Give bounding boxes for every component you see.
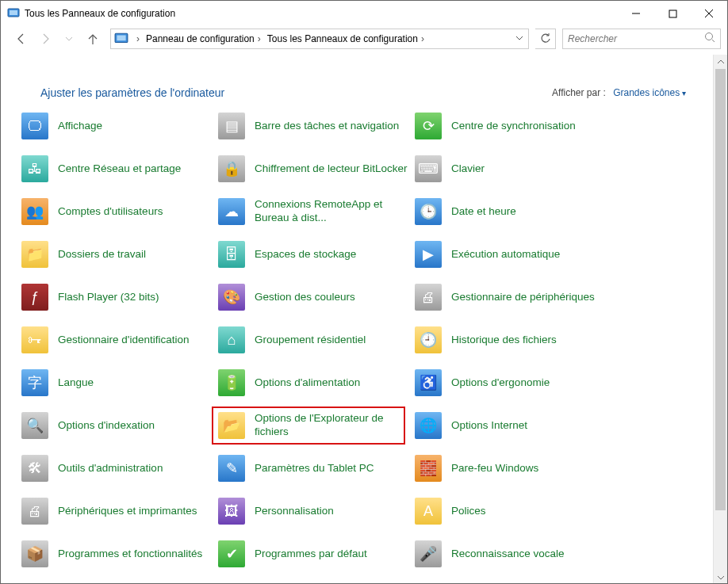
sync-icon: ⟳ <box>415 113 442 139</box>
item-troubleshoot[interactable]: 🔧Résolution des problèmes <box>412 581 608 584</box>
item-region[interactable]: 🌍Région <box>215 581 412 584</box>
fonts-icon: A <box>415 498 442 525</box>
item-devprint[interactable]: 🖨Périphériques et imprimantes <box>18 495 215 527</box>
admin-tools-icon: 🛠 <box>21 455 48 482</box>
item-credentials[interactable]: 🗝Gestionnaire d'identification <box>18 324 215 356</box>
programs-icon: 📦 <box>21 540 48 567</box>
minimize-button[interactable] <box>618 1 654 26</box>
item-firewall[interactable]: 🧱Pare-feu Windows <box>412 452 608 484</box>
storage-icon: 🗄 <box>218 241 245 268</box>
item-date[interactable]: 🕒Date et heure <box>412 196 608 227</box>
forward-button[interactable] <box>34 28 56 50</box>
close-button[interactable] <box>691 1 727 26</box>
scroll-up-button[interactable] <box>714 55 727 69</box>
item-storage[interactable]: 🗄Espaces de stockage <box>215 239 412 270</box>
window-controls <box>618 1 727 26</box>
scroll-track[interactable] <box>714 69 727 571</box>
chevron-right-icon[interactable]: › <box>136 33 140 44</box>
control-panel-icon <box>114 32 128 46</box>
item-bitlocker[interactable]: 🔒Chiffrement de lecteur BitLocker <box>215 153 412 185</box>
item-default-programs[interactable]: ✔Programmes par défaut <box>215 538 412 570</box>
item-devices[interactable]: 🖨Gestionnaire de périphériques <box>412 281 608 313</box>
refresh-button[interactable] <box>535 29 556 49</box>
item-ease[interactable]: ♿Options d'ergonomie <box>412 367 608 399</box>
folder-options-icon: 📂 <box>218 412 245 439</box>
item-tablet[interactable]: ✎Paramètres du Tablet PC <box>215 452 412 484</box>
speech-icon: 🎤 <box>415 540 442 567</box>
recent-dropdown[interactable] <box>58 28 80 50</box>
scroll-down-button[interactable] <box>714 571 727 584</box>
up-button[interactable] <box>82 28 104 50</box>
clock-icon: 🕒 <box>415 198 442 225</box>
view-by: Afficher par : Grandes icônes <box>552 87 686 98</box>
item-programs-features[interactable]: 📦Programmes et fonctionnalités <box>18 538 215 570</box>
back-button[interactable] <box>10 28 33 50</box>
display-icon: 🖵 <box>21 113 48 139</box>
item-personalization[interactable]: 🖼Personnalisation <box>215 495 412 527</box>
folder-icon: 📁 <box>21 241 48 268</box>
svg-rect-3 <box>669 10 676 17</box>
device-manager-icon: 🖨 <box>415 284 442 311</box>
item-workfolders[interactable]: 📁Dossiers de travail <box>18 239 215 270</box>
credentials-icon: 🗝 <box>21 326 48 353</box>
items-grid: 🖵Affichage ▤Barre des tâches et navigati… <box>18 110 710 584</box>
indexing-icon: 🔍 <box>21 412 48 439</box>
chevron-right-icon[interactable]: › <box>258 33 261 44</box>
chevron-right-icon[interactable]: › <box>421 33 424 44</box>
item-autorun[interactable]: ▶Exécution automatique <box>412 239 608 270</box>
item-reseau[interactable]: 🖧Centre Réseau et partage <box>18 153 215 185</box>
item-explorer-options[interactable]: 📂Options de l'Explorateur de fichiers <box>212 407 405 445</box>
item-barre-taches[interactable]: ▤Barre des tâches et navigation <box>215 110 412 142</box>
item-clavier[interactable]: ⌨Clavier <box>412 153 608 185</box>
address-dropdown[interactable] <box>511 33 528 44</box>
bitlocker-icon: 🔒 <box>218 155 245 182</box>
scroll-thumb[interactable] <box>715 69 726 510</box>
maximize-button[interactable] <box>654 1 691 26</box>
remoteapp-icon: ☁ <box>218 198 245 225</box>
svg-point-9 <box>706 33 713 40</box>
users-icon: 👥 <box>21 198 48 225</box>
item-affichage[interactable]: 🖵Affichage <box>18 110 215 142</box>
search-input[interactable] <box>568 33 704 44</box>
vertical-scrollbar[interactable] <box>713 55 727 584</box>
view-by-select[interactable]: Grandes icônes <box>613 87 686 98</box>
ease-of-access-icon: ♿ <box>415 369 442 396</box>
item-admin-tools[interactable]: 🛠Outils d'administration <box>18 452 215 484</box>
svg-rect-8 <box>117 36 125 41</box>
titlebar: Tous les Panneaux de configuration <box>1 1 727 26</box>
navigation-row: › Panneau de configuration› Tous les Pan… <box>1 26 727 55</box>
breadcrumb-item[interactable]: Panneau de configuration› <box>144 33 266 44</box>
language-icon: 字 <box>21 369 48 396</box>
homegroup-icon: ⌂ <box>218 326 245 353</box>
item-indexing[interactable]: 🔍Options d'indexation <box>18 410 215 441</box>
control-panel-icon <box>7 7 20 20</box>
item-filehistory[interactable]: 🕘Historique des fichiers <box>412 324 608 356</box>
item-internet-options[interactable]: 🌐Options Internet <box>412 410 608 441</box>
taskbar-icon: ▤ <box>218 113 245 139</box>
item-homegroup[interactable]: ⌂Groupement résidentiel <box>215 324 412 356</box>
content-area: Ajuster les paramètres de l'ordinateur A… <box>1 55 727 584</box>
flash-icon: ƒ <box>21 284 48 311</box>
power-icon: 🔋 <box>218 369 245 396</box>
window-title: Tous les Panneaux de configuration <box>25 8 618 19</box>
address-bar[interactable]: › Panneau de configuration› Tous les Pan… <box>110 29 529 49</box>
network-icon: 🖧 <box>21 155 48 182</box>
breadcrumb-item[interactable]: Tous les Panneaux de configuration› <box>266 33 429 44</box>
item-power[interactable]: 🔋Options d'alimentation <box>215 367 412 399</box>
item-flash[interactable]: ƒFlash Player (32 bits) <box>18 281 215 313</box>
item-speech[interactable]: 🎤Reconnaissance vocale <box>412 538 608 570</box>
search-box[interactable] <box>562 29 721 49</box>
firewall-icon: 🧱 <box>415 455 442 482</box>
item-remoteapp[interactable]: ☁Connexions RemoteApp et Bureau à dist..… <box>215 196 412 227</box>
file-history-icon: 🕘 <box>415 326 442 353</box>
item-fonts[interactable]: APolices <box>412 495 608 527</box>
item-color[interactable]: 🎨Gestion des couleurs <box>215 281 412 313</box>
printers-icon: 🖨 <box>21 498 48 525</box>
item-sync[interactable]: ⟳Centre de synchronisation <box>412 110 608 142</box>
personalization-icon: 🖼 <box>218 498 245 525</box>
item-comptes[interactable]: 👥Comptes d'utilisateurs <box>18 196 215 227</box>
item-recovery[interactable]: ↺Récupération <box>18 581 215 584</box>
color-icon: 🎨 <box>218 284 245 311</box>
search-icon <box>704 32 715 46</box>
item-langue[interactable]: 字Langue <box>18 367 215 399</box>
